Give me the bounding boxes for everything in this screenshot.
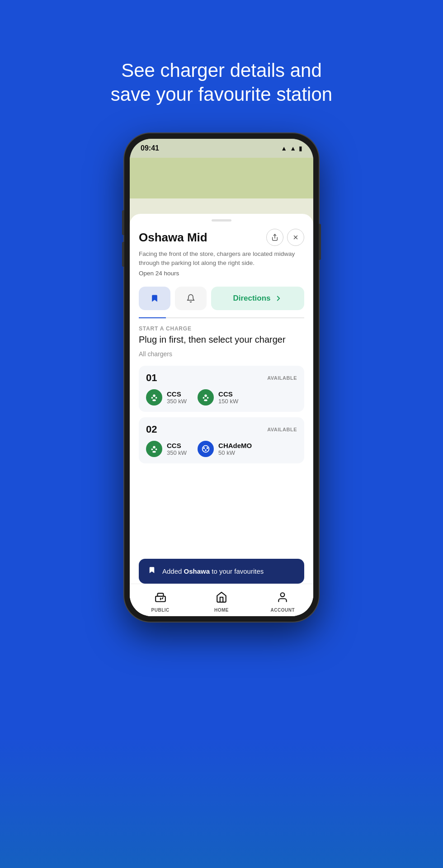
action-buttons: Directions <box>130 282 313 317</box>
nav-home[interactable]: HOME <box>191 588 252 613</box>
station-name: Oshawa Mid <box>139 231 207 245</box>
wifi-icon: ▲ <box>281 145 287 152</box>
svg-point-5 <box>156 397 157 399</box>
station-description: Facing the front of the store, chargers … <box>139 250 304 267</box>
charge-section: START A CHARGE Plug in first, then selec… <box>130 318 313 366</box>
svg-point-12 <box>151 448 153 450</box>
port-power-2: 150 kW <box>218 398 238 405</box>
toast-bookmark-icon <box>148 566 156 576</box>
svg-point-4 <box>151 397 153 399</box>
port-info-3: CCS 350 kW <box>167 442 187 456</box>
port-item-chademo: CHAdeMO 50 kW <box>198 441 252 457</box>
bottom-nav: PUBLIC HOME <box>130 584 313 616</box>
svg-line-21 <box>162 598 163 599</box>
port-info: CCS 350 kW <box>167 390 187 405</box>
chademo-icon <box>198 441 214 457</box>
nav-account[interactable]: ACCOUNT <box>252 588 313 613</box>
charger-02-number: 02 <box>146 424 157 435</box>
sheet-title-row: Oshawa Mid <box>139 229 304 246</box>
charger-01-header: 01 AVAILABLE <box>146 372 297 384</box>
battery-icon: ▮ <box>299 145 302 152</box>
port-type-2: CCS <box>218 390 238 398</box>
port-info-4: CHAdeMO 50 kW <box>218 442 252 456</box>
public-icon <box>155 591 166 606</box>
ccs-icon-3 <box>146 441 162 457</box>
directions-label: Directions <box>233 294 270 303</box>
open-hours: Open 24 hours <box>139 270 304 277</box>
home-label: HOME <box>214 608 229 613</box>
chargers-label: All chargers <box>139 350 304 358</box>
charger-02-status: AVAILABLE <box>267 427 297 432</box>
port-type-3: CCS <box>167 442 187 449</box>
port-item: CCS 150 kW <box>198 389 238 406</box>
svg-point-17 <box>207 447 208 449</box>
charger-card-02[interactable]: 02 AVAILABLE <box>139 417 304 463</box>
ccs-icon <box>146 389 162 406</box>
vol-down-button <box>122 242 124 267</box>
sheet-header: Oshawa Mid <box>130 222 313 282</box>
map-area <box>130 158 313 198</box>
charger-01-ports: CCS 350 kW <box>146 389 297 406</box>
port-info-2: CCS 150 kW <box>218 390 238 405</box>
svg-point-15 <box>203 446 209 453</box>
port-item: CCS 350 kW <box>146 389 187 406</box>
power-button <box>319 224 321 260</box>
ccs-icon-2 <box>198 389 214 406</box>
charger-01-status: AVAILABLE <box>267 375 297 381</box>
svg-point-7 <box>204 395 207 397</box>
port-item-ccs: CCS 350 kW <box>146 441 187 457</box>
port-power: 350 kW <box>167 398 187 405</box>
port-type: CCS <box>167 390 187 398</box>
charger-card-01[interactable]: 01 AVAILABLE <box>139 366 304 412</box>
svg-point-22 <box>281 593 285 597</box>
vol-up-button <box>122 210 124 235</box>
save-button[interactable] <box>139 287 170 310</box>
svg-point-11 <box>153 446 156 449</box>
phone-screen: 09:41 ▲ ▲ ▮ Oshawa Mid <box>130 139 313 616</box>
page-headline: See charger details and save your favour… <box>111 59 332 106</box>
home-icon <box>216 591 227 606</box>
charger-02-header: 02 AVAILABLE <box>146 424 297 435</box>
close-button[interactable] <box>287 229 304 246</box>
toast-text: Added Oshawa to your favourites <box>162 567 264 575</box>
svg-rect-6 <box>152 400 156 401</box>
svg-point-16 <box>203 447 205 449</box>
notify-button[interactable] <box>175 287 207 310</box>
account-icon <box>277 591 288 606</box>
svg-point-3 <box>153 395 156 397</box>
status-time: 09:41 <box>141 144 159 152</box>
toast-notification: Added Oshawa to your favourites <box>139 559 304 584</box>
svg-rect-10 <box>204 400 207 401</box>
svg-point-13 <box>156 448 157 450</box>
header-actions <box>266 229 304 246</box>
port-power-4: 50 kW <box>218 449 252 456</box>
public-label: PUBLIC <box>151 608 170 613</box>
status-bar: 09:41 ▲ ▲ ▮ <box>130 139 313 158</box>
account-label: ACCOUNT <box>271 608 295 613</box>
svg-rect-14 <box>152 451 156 453</box>
svg-point-8 <box>203 397 205 399</box>
svg-point-9 <box>207 397 209 399</box>
section-label: START A CHARGE <box>139 326 304 332</box>
phone-mockup: 09:41 ▲ ▲ ▮ Oshawa Mid <box>124 133 319 622</box>
charger-02-ports: CCS 350 kW <box>146 441 297 457</box>
charge-instruction: Plug in first, then select your charger <box>139 335 304 345</box>
svg-point-18 <box>205 449 207 451</box>
signal-icon: ▲ <box>290 145 296 152</box>
directions-button[interactable]: Directions <box>211 287 304 310</box>
charger-01-number: 01 <box>146 372 157 384</box>
bottom-sheet: Oshawa Mid <box>130 214 313 616</box>
port-power-3: 350 kW <box>167 449 187 456</box>
nav-public[interactable]: PUBLIC <box>130 588 191 613</box>
share-button[interactable] <box>266 229 283 246</box>
port-type-4: CHAdeMO <box>218 442 252 449</box>
status-icons: ▲ ▲ ▮ <box>281 145 302 152</box>
